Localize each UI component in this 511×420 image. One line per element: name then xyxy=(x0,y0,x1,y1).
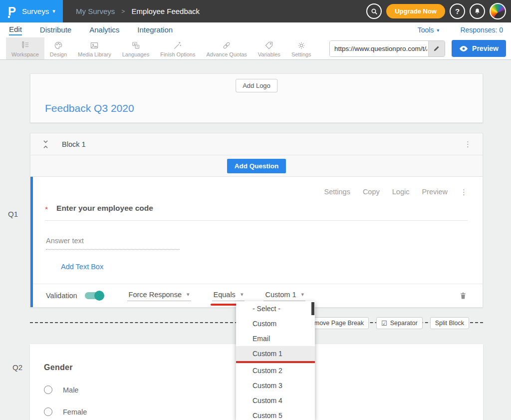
help-button[interactable]: ? xyxy=(450,3,465,19)
question-copy-link[interactable]: Copy xyxy=(363,188,380,196)
workspace-icon xyxy=(20,40,30,50)
editor-toolbar: Workspace Design Media Library A Languag… xyxy=(0,37,511,60)
question-menu-kebab-icon[interactable]: ⋮ xyxy=(460,188,468,196)
menu-option-custom1-selected[interactable]: Custom 1 xyxy=(236,346,315,363)
magic-wand-icon xyxy=(173,40,183,50)
topbar-actions: Upgrade Now ? xyxy=(366,3,511,19)
breadcrumb-my-surveys[interactable]: My Surveys xyxy=(76,7,115,15)
operator-value: Equals xyxy=(214,291,236,299)
toolbar-item-advance-quotas[interactable]: Advance Quotas xyxy=(201,37,252,59)
tag-icon xyxy=(264,40,274,50)
toolbar-label: Settings xyxy=(291,51,311,57)
top-bar: P Surveys ▾ My Surveys > Employee Feedba… xyxy=(0,0,511,22)
toolbar-item-workspace[interactable]: Workspace xyxy=(6,37,44,59)
collapse-block-icon[interactable] xyxy=(42,139,49,149)
tools-menu[interactable]: Tools ▾ xyxy=(418,26,440,34)
menu-option-custom4[interactable]: Custom 4 xyxy=(236,393,315,408)
responses-count[interactable]: Responses: 0 xyxy=(460,26,503,34)
chevron-down-icon: ▾ xyxy=(241,291,244,298)
product-label: Surveys xyxy=(22,7,49,15)
force-response-dropdown[interactable]: Force Response ▾ xyxy=(127,291,191,301)
add-logo-button[interactable]: Add Logo xyxy=(236,79,277,92)
menu-option-email[interactable]: Email xyxy=(236,331,315,346)
questionpro-logo: P xyxy=(8,5,16,17)
tabbar-right: Tools ▾ Responses: 0 xyxy=(418,26,503,34)
survey-url-input[interactable] xyxy=(330,41,428,56)
question-title[interactable]: Enter your employee code xyxy=(56,204,153,214)
tab-edit[interactable]: Edit xyxy=(9,25,22,35)
question-logic-link[interactable]: Logic xyxy=(392,188,410,196)
toolbar-label: Variables xyxy=(258,51,280,57)
pencil-icon xyxy=(433,45,440,52)
answer-text-field[interactable]: Answer text xyxy=(46,237,180,250)
notifications-button[interactable] xyxy=(470,3,485,19)
breadcrumb-current-survey: Employee Feedback xyxy=(131,7,200,15)
tab-analytics[interactable]: Analytics xyxy=(89,25,119,35)
dropdown-scrollbar-thumb[interactable] xyxy=(311,302,314,315)
add-question-button[interactable]: Add Question xyxy=(227,159,286,173)
block-menu-kebab-icon[interactable]: ⋮ xyxy=(464,140,472,148)
question-1-card: Settings Copy Logic Preview ⋮ * Enter yo… xyxy=(30,177,483,307)
menu-option-custom3[interactable]: Custom 3 xyxy=(236,378,315,393)
add-text-box-link[interactable]: Add Text Box xyxy=(61,263,103,271)
validation-type-menu: - Select - Custom Email Custom 1 Custom … xyxy=(236,301,315,420)
survey-title[interactable]: Feedback Q3 2020 xyxy=(45,102,134,114)
toolbar-item-languages[interactable]: A Languages xyxy=(117,37,155,59)
radio-label: Male xyxy=(63,386,78,394)
survey-url-group xyxy=(329,40,445,57)
block-title[interactable]: Block 1 xyxy=(62,140,86,148)
split-block-button[interactable]: Split Block xyxy=(430,317,469,329)
bell-icon xyxy=(474,7,481,15)
radio-label: Female xyxy=(63,408,87,416)
tab-distribute[interactable]: Distribute xyxy=(40,25,71,35)
menu-option-custom5[interactable]: Custom 5 xyxy=(236,408,315,420)
search-icon xyxy=(370,7,378,15)
block-header: Block 1 ⋮ xyxy=(30,133,483,155)
validation-type-dropdown[interactable]: Custom 1 ▾ xyxy=(263,291,305,301)
toolbar-label: Advance Quotas xyxy=(206,51,247,57)
editor-canvas: Q1 Q2 Add Logo Feedback Q3 2020 Block 1 … xyxy=(0,60,511,420)
product-menu[interactable]: Surveys ▾ xyxy=(22,7,55,15)
toolbar-label: Languages xyxy=(122,51,149,57)
radio-button-icon[interactable] xyxy=(44,386,52,394)
menu-option-select[interactable]: - Select - xyxy=(236,301,315,316)
toolbar-item-finish-options[interactable]: Finish Options xyxy=(155,37,201,59)
menu-option-custom[interactable]: Custom xyxy=(236,316,315,331)
question-number-q2: Q2 xyxy=(12,363,22,372)
eye-icon xyxy=(459,45,468,52)
gear-icon xyxy=(296,40,306,50)
toolbar-label: Finish Options xyxy=(160,51,195,57)
breadcrumb-separator: > xyxy=(121,8,125,15)
toolbar-item-variables[interactable]: Variables xyxy=(253,37,286,59)
user-avatar[interactable] xyxy=(490,3,506,19)
question-number-q1: Q1 xyxy=(8,210,18,218)
radio-button-icon[interactable] xyxy=(44,408,52,416)
edit-url-button[interactable] xyxy=(428,41,445,56)
delete-question-button[interactable] xyxy=(459,291,468,301)
upgrade-now-button[interactable]: Upgrade Now xyxy=(386,4,445,18)
toolbar-item-media-library[interactable]: Media Library xyxy=(72,37,117,59)
preview-button[interactable]: Preview xyxy=(452,40,506,57)
question-settings-link[interactable]: Settings xyxy=(324,188,350,196)
menu-option-custom2[interactable]: Custom 2 xyxy=(236,363,315,378)
product-switcher[interactable]: P Surveys ▾ xyxy=(0,0,63,22)
required-asterisk: * xyxy=(45,204,48,214)
validation-toggle[interactable] xyxy=(85,292,103,299)
add-question-strip: Add Question xyxy=(30,155,483,177)
question-actions: Settings Copy Logic Preview ⋮ xyxy=(33,177,483,196)
toolbar-label: Media Library xyxy=(78,51,111,57)
tab-integration[interactable]: Integration xyxy=(137,25,173,35)
separator-toggle-button[interactable]: ☑ Separator xyxy=(376,317,423,329)
question-title-row: * Enter your employee code xyxy=(45,204,468,221)
operator-dropdown[interactable]: Equals ▾ xyxy=(212,291,245,301)
question-preview-link[interactable]: Preview xyxy=(422,188,448,196)
trash-icon xyxy=(459,291,468,301)
search-button[interactable] xyxy=(366,3,382,19)
remove-page-break-label: Remove Page Break xyxy=(306,320,364,327)
toolbar-label: Design xyxy=(50,51,67,57)
force-response-value: Force Response xyxy=(129,291,182,299)
toolbar-item-design[interactable]: Design xyxy=(44,37,72,59)
chevron-down-icon: ▾ xyxy=(301,291,304,298)
toolbar-item-settings[interactable]: Settings xyxy=(286,37,317,59)
survey-editor-page: P Surveys ▾ My Surveys > Employee Feedba… xyxy=(0,0,511,420)
